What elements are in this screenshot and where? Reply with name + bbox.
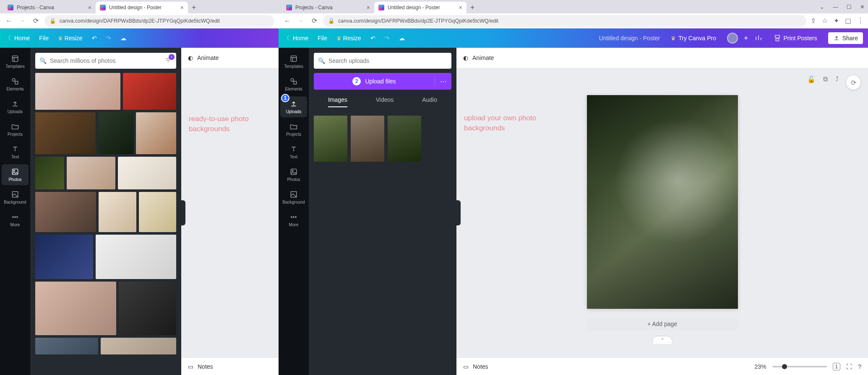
upload-thumbnail[interactable] — [351, 116, 384, 162]
upload-files-button[interactable]: 2 Upload files ⋯ — [314, 73, 451, 90]
photo-thumbnail[interactable] — [99, 192, 136, 232]
document-name[interactable]: Untitled design - Poster — [599, 35, 660, 41]
forward-button[interactable]: → — [18, 16, 27, 26]
photo-thumbnail[interactable] — [35, 157, 64, 189]
new-tab-button[interactable]: + — [467, 2, 478, 13]
photo-thumbnail[interactable] — [101, 338, 176, 354]
canvas-page[interactable] — [587, 95, 738, 309]
share-button[interactable]: Share — [828, 32, 863, 44]
photo-thumbnail[interactable] — [119, 282, 177, 335]
maximize-button[interactable]: ☐ — [847, 4, 852, 10]
upload-thumbnail[interactable] — [314, 116, 347, 162]
forward-button[interactable]: → — [296, 16, 305, 26]
zoom-level[interactable]: 23% — [754, 363, 766, 370]
photo-search[interactable]: 🔍 1 — [35, 53, 176, 69]
back-button[interactable]: ← — [283, 16, 292, 26]
back-button[interactable]: ← — [4, 16, 13, 26]
photo-thumbnail[interactable] — [35, 73, 120, 110]
close-icon[interactable]: × — [459, 4, 462, 11]
search-input[interactable] — [328, 57, 447, 64]
zoom-slider[interactable] — [772, 366, 827, 367]
browser-tab[interactable]: Projects - Canva × — [3, 2, 96, 13]
notes-button[interactable]: Notes — [473, 363, 488, 370]
insights-icon[interactable] — [754, 34, 763, 43]
browser-tab[interactable]: Projects - Canva × — [282, 2, 374, 13]
minimize-button[interactable]: ― — [833, 4, 838, 10]
tab-audio[interactable]: Audio — [422, 96, 437, 107]
rail-elements[interactable]: Elements — [280, 74, 307, 95]
redo-button[interactable]: ↷ — [106, 35, 111, 41]
address-bar[interactable]: 🔒 canva.com/design/DAFRPWxBBds/dp2E-JTPY… — [323, 15, 806, 27]
account-icon[interactable]: ▢ — [845, 17, 851, 25]
browser-tab[interactable]: Untitled design - Poster × — [374, 2, 467, 13]
add-member-button[interactable]: + — [744, 34, 748, 43]
upload-more-options[interactable]: ⋯ — [435, 78, 451, 85]
rail-projects[interactable]: Projects — [2, 119, 29, 140]
rail-photos[interactable]: Photos — [280, 164, 307, 185]
print-button[interactable]: Print Posters — [769, 32, 822, 44]
photo-thumbnail[interactable] — [67, 157, 115, 189]
photo-thumbnail[interactable] — [35, 338, 98, 354]
menu-icon[interactable]: ⋮ — [857, 17, 864, 25]
page-counter[interactable]: 1 — [833, 363, 841, 370]
animate-button[interactable]: Animate — [472, 54, 494, 61]
photo-thumbnail[interactable] — [139, 192, 176, 232]
animate-button[interactable]: Animate — [197, 54, 219, 61]
rail-text[interactable]: Text — [280, 142, 307, 163]
rail-background[interactable]: Background — [280, 187, 307, 208]
reload-button[interactable]: ⟳ — [310, 16, 319, 26]
address-bar[interactable]: 🔒 canva.com/design/DAFRPWxBBds/dp2E-JTPY… — [44, 15, 274, 27]
photo-thumbnail[interactable] — [35, 235, 93, 279]
share-url-icon[interactable]: ⇪ — [811, 17, 816, 25]
undo-button[interactable]: ↶ — [370, 35, 375, 41]
rail-text[interactable]: Text — [2, 142, 29, 163]
resize-button[interactable]: ♛ Resize — [58, 35, 83, 41]
resize-button[interactable]: ♛ Resize — [336, 35, 361, 41]
reload-button[interactable]: ⟳ — [31, 16, 40, 26]
panel-collapse-handle[interactable]: 〉 — [181, 200, 185, 225]
undo-button[interactable]: ↶ — [92, 35, 97, 41]
home-button[interactable]: 〈 Home — [5, 34, 30, 42]
rail-elements[interactable]: Elements — [2, 74, 29, 95]
pages-drawer-handle[interactable]: ⌃ — [653, 336, 672, 344]
fullscreen-icon[interactable]: ⛶ — [846, 363, 852, 370]
upload-thumbnail[interactable] — [388, 116, 421, 162]
rail-photos[interactable]: Photos — [2, 164, 29, 185]
browser-tab[interactable]: Untitled design - Poster × — [96, 2, 188, 13]
rail-templates[interactable]: Templates — [2, 51, 29, 72]
chevron-down-icon[interactable]: ⌄ — [820, 4, 824, 10]
duplicate-icon[interactable]: ⧉ — [823, 75, 828, 90]
notes-button[interactable]: Notes — [198, 363, 213, 370]
photo-thumbnail[interactable] — [98, 112, 133, 154]
new-tab-button[interactable]: + — [188, 2, 200, 13]
photo-thumbnail[interactable] — [118, 157, 176, 189]
home-button[interactable]: 〈 Home — [284, 34, 308, 42]
tab-images[interactable]: Images — [328, 96, 347, 107]
filter-icon[interactable]: 1 — [164, 57, 172, 65]
rail-more[interactable]: More — [280, 209, 307, 230]
upload-search[interactable]: 🔍 — [314, 53, 451, 69]
photo-thumbnail[interactable] — [35, 112, 96, 154]
close-icon[interactable]: × — [180, 4, 184, 11]
close-icon[interactable]: × — [88, 4, 91, 11]
photo-thumbnail[interactable] — [136, 112, 176, 154]
panel-collapse-handle[interactable]: 〉 — [456, 200, 461, 225]
rail-background[interactable]: Background — [2, 187, 29, 208]
try-pro-button[interactable]: ♛Try Canva Pro — [666, 32, 721, 44]
refresh-icon[interactable]: ⟳ — [846, 75, 860, 90]
file-menu[interactable]: File — [39, 35, 49, 41]
extensions-icon[interactable]: ✦ — [834, 17, 839, 25]
photo-thumbnail[interactable] — [35, 282, 116, 335]
bookmark-icon[interactable]: ☆ — [822, 17, 828, 25]
add-page-button[interactable]: + Add page — [587, 317, 738, 331]
export-icon[interactable]: ⤴ — [835, 75, 839, 90]
lock-icon[interactable]: 🔓 — [807, 75, 816, 90]
rail-uploads[interactable]: Uploads — [2, 96, 29, 117]
rail-templates[interactable]: Templates — [280, 51, 307, 72]
photo-thumbnail[interactable] — [123, 73, 176, 110]
help-icon[interactable]: ? — [858, 363, 861, 370]
photo-thumbnail[interactable] — [35, 192, 96, 232]
redo-button[interactable]: ↷ — [385, 35, 390, 41]
avatar[interactable] — [727, 33, 738, 44]
rail-uploads[interactable]: 1 Uploads — [280, 96, 307, 117]
